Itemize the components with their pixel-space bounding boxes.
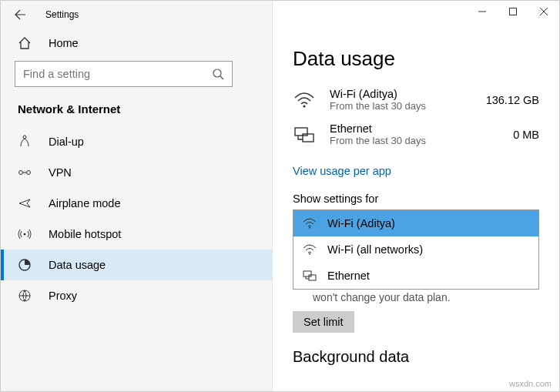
dial-up-icon (18, 135, 32, 149)
svg-point-4 (24, 233, 26, 236)
minimize-icon (478, 8, 486, 15)
page-title: Data usage (293, 47, 539, 71)
nav-item-label: Mobile hotspot (49, 228, 121, 240)
nav-item-label: Airplane mode (49, 197, 121, 209)
svg-point-11 (309, 227, 310, 229)
back-button[interactable] (13, 8, 27, 22)
svg-point-8 (303, 105, 305, 107)
minimize-button[interactable] (467, 1, 498, 22)
ethernet-icon (293, 123, 316, 146)
window-controls (467, 1, 559, 22)
nav-list: Dial-up VPN Airplane mode Mobile hotspot (1, 126, 272, 311)
nav-item-label: Dial-up (49, 136, 84, 148)
hint-text: won't change your data plan. (293, 291, 539, 303)
view-usage-per-app-link[interactable]: View usage per app (293, 165, 391, 177)
svg-point-0 (213, 69, 221, 77)
main-content: Data usage Wi-Fi (Aditya) From the last … (273, 1, 559, 391)
usage-name: Wi-Fi (Aditya) (330, 88, 472, 100)
maximize-button[interactable] (498, 1, 528, 22)
dropdown-option-label: Wi-Fi (Aditya) (327, 217, 395, 230)
dropdown-option-label: Wi-Fi (all networks) (327, 243, 423, 256)
proxy-icon (18, 289, 32, 303)
dropdown-option-ethernet[interactable]: Ethernet (293, 263, 538, 289)
nav-item-airplane-mode[interactable]: Airplane mode (1, 188, 272, 219)
search-input[interactable] (23, 68, 212, 80)
home-label: Home (49, 37, 79, 49)
search-icon (212, 68, 224, 80)
dropdown-label: Show settings for (293, 193, 539, 205)
usage-sub: From the last 30 days (330, 135, 499, 146)
usage-row-ethernet: Ethernet From the last 30 days 0 MB (293, 122, 539, 146)
nav-item-dial-up[interactable]: Dial-up (1, 126, 272, 157)
usage-value: 0 MB (513, 129, 539, 141)
close-button[interactable] (528, 1, 559, 22)
show-settings-for-dropdown[interactable]: Wi-Fi (Aditya) Wi-Fi (all networks) Ethe… (293, 209, 539, 290)
title-bar: Settings (1, 1, 272, 28)
wifi-icon (303, 216, 317, 230)
svg-rect-13 (303, 271, 311, 276)
nav-item-data-usage[interactable]: Data usage (1, 250, 272, 280)
section-title: Network & Internet (1, 102, 272, 116)
vpn-icon (18, 166, 32, 179)
svg-point-2 (19, 171, 23, 175)
nav-item-label: VPN (49, 166, 72, 179)
nav-item-label: Proxy (49, 290, 77, 302)
close-icon (540, 8, 548, 15)
watermark: wsxdn.com (509, 379, 552, 388)
usage-sub: From the last 30 days (330, 100, 472, 112)
usage-row-wifi: Wi-Fi (Aditya) From the last 30 days 136… (293, 88, 539, 112)
usage-value: 136.12 GB (486, 94, 539, 106)
settings-window: Settings Home Network & Internet Dial (0, 0, 560, 392)
wifi-icon (303, 243, 317, 256)
svg-point-12 (309, 253, 310, 255)
nav-item-proxy[interactable]: Proxy (1, 280, 272, 311)
hotspot-icon (18, 227, 32, 241)
airplane-icon (18, 196, 32, 210)
svg-rect-7 (510, 8, 517, 15)
window-title: Settings (45, 9, 79, 20)
search-box[interactable] (15, 61, 233, 87)
search-container (1, 61, 272, 87)
nav-item-vpn[interactable]: VPN (1, 157, 272, 188)
set-limit-button[interactable]: Set limit (293, 311, 354, 333)
dropdown-option-wifi-all[interactable]: Wi-Fi (all networks) (293, 236, 538, 263)
nav-item-label: Data usage (49, 259, 106, 271)
home-icon (18, 36, 32, 50)
ethernet-icon (303, 269, 317, 283)
data-usage-icon (18, 258, 32, 272)
usage-name: Ethernet (330, 122, 499, 135)
dropdown-option-wifi-aditya[interactable]: Wi-Fi (Aditya) (293, 210, 538, 236)
wifi-icon (293, 89, 316, 112)
svg-point-1 (23, 136, 26, 139)
maximize-icon (509, 8, 517, 15)
section-heading-background-data: Background data (293, 348, 539, 366)
nav-item-mobile-hotspot[interactable]: Mobile hotspot (1, 219, 272, 250)
home-button[interactable]: Home (1, 28, 272, 58)
svg-rect-14 (309, 275, 316, 280)
sidebar: Settings Home Network & Internet Dial (1, 1, 273, 391)
dropdown-option-label: Ethernet (327, 270, 370, 282)
svg-point-3 (27, 171, 31, 175)
arrow-left-icon (14, 8, 26, 21)
